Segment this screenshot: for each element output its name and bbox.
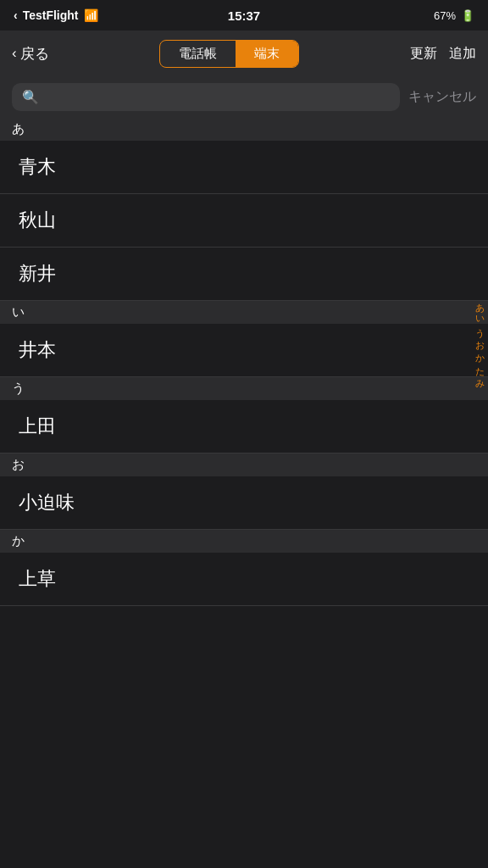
section-header-section-a: あ [0, 118, 488, 141]
update-button[interactable]: 更新 [410, 45, 437, 63]
search-bar: 🔍 キャンセル [0, 76, 488, 118]
back-chevron-icon: ‹ [12, 45, 17, 62]
contact-item-contact-aoki[interactable]: 青木 [0, 141, 488, 194]
nav-tabs: 電話帳 端末 [159, 40, 299, 68]
alpha-index-item[interactable]: う [474, 322, 486, 333]
section-header-section-i: い [0, 301, 488, 324]
contact-item-contact-arai[interactable]: 新井 [0, 248, 488, 301]
tab-device-label: 端末 [254, 46, 280, 60]
back-arrow-icon: ‹ [14, 8, 18, 22]
status-right: 67% 🔋 [434, 9, 474, 22]
cancel-button[interactable]: キャンセル [408, 88, 476, 106]
battery-icon: 🔋 [461, 9, 474, 22]
search-icon: 🔍 [22, 89, 39, 105]
alpha-index-item[interactable]: み [474, 373, 486, 384]
section-header-section-u: う [0, 377, 488, 400]
add-button[interactable]: 追加 [449, 45, 476, 63]
alpha-index-item[interactable]: い [474, 309, 486, 320]
status-time: 15:37 [228, 8, 260, 23]
alpha-index-item[interactable]: た [474, 360, 486, 371]
battery-percentage: 67% [434, 9, 456, 22]
tab-phonebook-label: 電話帳 [179, 46, 217, 60]
contact-item-contact-ueda[interactable]: 上田 [0, 400, 488, 453]
nav-bar: ‹ 戻る 電話帳 端末 更新 追加 [0, 31, 488, 76]
alpha-index-item[interactable]: か [474, 348, 486, 359]
alpha-index-item[interactable]: あ [474, 297, 486, 308]
contact-item-contact-osobami[interactable]: 小迫味 [0, 476, 488, 530]
status-bar: ‹ TestFlight 📶 15:37 67% 🔋 [0, 0, 488, 31]
section-header-section-o: お [0, 453, 488, 476]
contact-item-contact-ka1[interactable]: 上草 [0, 553, 488, 606]
search-input-container: 🔍 [12, 83, 400, 111]
alpha-index: あいうおかたみ [474, 297, 486, 384]
back-label: 戻る [20, 44, 49, 64]
contact-list: あ青木秋山新井い井本う上田お小迫味か上草 [0, 118, 488, 606]
alpha-index-item[interactable]: お [474, 335, 486, 346]
status-left: ‹ TestFlight 📶 [14, 8, 98, 22]
contact-item-contact-imoto[interactable]: 井本 [0, 324, 488, 377]
tab-device[interactable]: 端末 [236, 41, 298, 67]
tab-phonebook[interactable]: 電話帳 [160, 41, 236, 67]
nav-actions: 更新 追加 [410, 45, 476, 63]
app-name: TestFlight [23, 8, 79, 22]
back-button[interactable]: ‹ 戻る [12, 44, 49, 64]
section-header-section-ka: か [0, 530, 488, 553]
contact-item-contact-akiyama[interactable]: 秋山 [0, 194, 488, 248]
wifi-icon: 📶 [84, 8, 98, 22]
search-input[interactable] [46, 90, 390, 105]
